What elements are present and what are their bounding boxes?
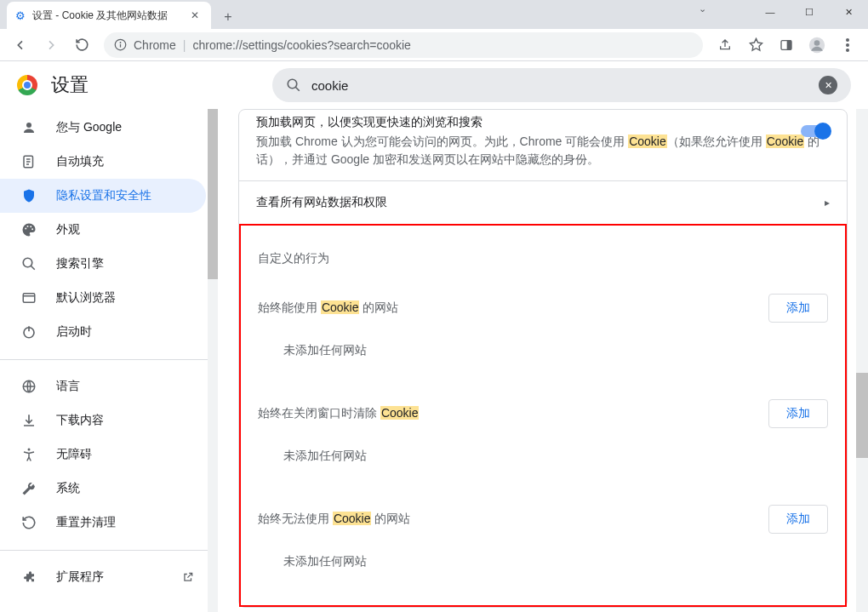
palette-icon (20, 222, 37, 237)
see-all-label: 查看所有网站数据和权限 (256, 195, 387, 210)
sidebar-item-label: 无障碍 (56, 447, 92, 462)
sidebar-item-label: 默认浏览器 (56, 290, 116, 306)
add-allow-button[interactable]: 添加 (768, 294, 828, 323)
allow-cookies-empty: 未添加任何网站 (241, 333, 845, 369)
add-clear-button[interactable]: 添加 (768, 399, 828, 428)
external-link-icon (182, 571, 194, 583)
sidebar-item-label: 下载内容 (56, 413, 104, 428)
add-block-button[interactable]: 添加 (768, 505, 828, 534)
sidebar-item-accessibility[interactable]: 无障碍 (0, 438, 206, 472)
svg-point-9 (846, 49, 849, 52)
settings-content: 预加载网页，以便实现更快速的浏览和搜索 预加载 Chrome 认为您可能会访问的… (218, 109, 868, 612)
address-prefix: Chrome (134, 38, 176, 52)
sidebar-item-label: 重置并清理 (56, 515, 116, 530)
sidebar-item-reset[interactable]: 重置并清理 (0, 506, 206, 540)
svg-point-15 (30, 226, 31, 227)
page-title: 设置 (51, 72, 89, 98)
sidebar-item-autofill[interactable]: 自动填充 (0, 145, 206, 179)
close-window-button[interactable]: ✕ (829, 0, 868, 24)
share-icon[interactable] (711, 31, 739, 59)
close-tab-icon[interactable]: ✕ (187, 9, 203, 21)
back-button[interactable] (7, 31, 34, 59)
clear-search-button[interactable]: ✕ (819, 76, 837, 94)
svg-point-8 (846, 43, 849, 47)
minimize-button[interactable]: ― (751, 0, 790, 24)
preload-desc-a: 预加载 Chrome 认为您可能会访问的网页。为此，Chrome 可能会使用 (256, 134, 628, 148)
preload-section: 预加载网页，以便实现更快速的浏览和搜索 预加载 Chrome 认为您可能会访问的… (239, 110, 847, 180)
content-scrollbar[interactable] (856, 109, 868, 612)
profile-icon[interactable] (803, 31, 831, 59)
window-controls: ― ☐ ✕ (751, 0, 868, 24)
sidepanel-icon[interactable] (773, 31, 800, 59)
globe-icon (20, 379, 37, 394)
clear-on-exit-empty: 未添加任何网站 (241, 438, 845, 474)
maximize-button[interactable]: ☐ (790, 0, 829, 24)
accessibility-icon (20, 447, 37, 462)
block-cookies-row: 始终无法使用 Cookie 的网站 添加 (241, 495, 845, 544)
svg-point-6 (814, 40, 820, 46)
svg-point-10 (288, 79, 297, 89)
highlight-cookie: Cookie (766, 134, 805, 148)
search-icon (20, 256, 37, 272)
address-bar[interactable]: Chrome | chrome://settings/cookies?searc… (104, 32, 703, 58)
address-separator: | (183, 38, 186, 52)
clear-on-exit-row: 始终在关闭窗口时清除 Cookie 添加 (241, 389, 845, 438)
download-icon (20, 413, 37, 428)
tabs-dropdown-icon[interactable]: ⌄ (699, 3, 706, 14)
sidebar-item-privacy[interactable]: 隐私设置和安全性 (0, 179, 206, 213)
svg-point-11 (26, 123, 31, 128)
block-cookies-empty: 未添加任何网站 (241, 544, 845, 580)
settings-header: 设置 ✕ (0, 61, 868, 109)
svg-point-21 (28, 449, 31, 451)
preload-toggle[interactable] (801, 125, 830, 137)
sidebar-item-label: 隐私设置和安全性 (56, 188, 151, 203)
sidebar-item-default-browser[interactable]: 默认浏览器 (0, 281, 206, 315)
extension-icon (20, 569, 37, 585)
sidebar-item-label: 系统 (56, 481, 80, 496)
forward-button[interactable] (37, 31, 65, 59)
sidebar-divider (0, 550, 218, 551)
sidebar-item-you-and-google[interactable]: 您与 Google (0, 111, 206, 145)
person-icon (20, 120, 37, 135)
sidebar-item-languages[interactable]: 语言 (0, 369, 206, 403)
sidebar-scrollbar[interactable] (208, 109, 218, 612)
chevron-right-icon: ▸ (825, 197, 830, 209)
new-tab-button[interactable]: + (216, 5, 240, 29)
svg-rect-4 (787, 40, 791, 49)
svg-rect-18 (23, 294, 35, 303)
see-all-sites-row[interactable]: 查看所有网站数据和权限 ▸ (239, 180, 847, 224)
sidebar-item-extensions[interactable]: 扩展程序 (0, 560, 206, 594)
search-icon (286, 77, 301, 93)
svg-point-13 (25, 228, 26, 230)
sidebar-item-label: 您与 Google (56, 120, 122, 135)
highlight-cookie: Cookie (628, 134, 667, 148)
browser-tab[interactable]: ⚙ 设置 - Cookie 及其他网站数据 ✕ (7, 2, 211, 29)
svg-rect-2 (120, 44, 121, 48)
svg-point-17 (23, 258, 32, 267)
sidebar-item-label: 扩展程序 (56, 569, 104, 585)
menu-icon[interactable] (834, 31, 861, 59)
cookies-card: 预加载网页，以便实现更快速的浏览和搜索 预加载 Chrome 认为您可能会访问的… (238, 109, 848, 608)
search-input[interactable] (311, 78, 808, 93)
svg-point-7 (846, 38, 849, 42)
custom-behaviors-title: 自定义的行为 (241, 243, 845, 283)
reload-button[interactable] (68, 31, 95, 59)
sidebar-item-appearance[interactable]: 外观 (0, 213, 206, 247)
sidebar-item-search-engine[interactable]: 搜索引擎 (0, 247, 206, 281)
power-icon (20, 324, 37, 340)
svg-point-14 (27, 226, 29, 227)
sidebar-divider (0, 359, 218, 360)
chrome-logo-icon (17, 75, 37, 95)
custom-behaviors-section: 自定义的行为 始终能使用 Cookie 的网站 添加 未添加任何网站 始终在关闭… (239, 224, 847, 607)
settings-search[interactable]: ✕ (272, 68, 851, 102)
browser-toolbar: Chrome | chrome://settings/cookies?searc… (0, 29, 868, 61)
svg-point-16 (31, 228, 33, 230)
sidebar-item-downloads[interactable]: 下载内容 (0, 403, 206, 438)
svg-point-1 (120, 42, 122, 43)
bookmark-icon[interactable] (742, 31, 769, 59)
sidebar-item-label: 语言 (56, 379, 80, 394)
sidebar-item-on-startup[interactable]: 启动时 (0, 315, 206, 349)
restore-icon (20, 515, 37, 530)
sidebar-item-system[interactable]: 系统 (0, 472, 206, 506)
address-url: chrome://settings/cookies?search=cookie (192, 38, 410, 52)
